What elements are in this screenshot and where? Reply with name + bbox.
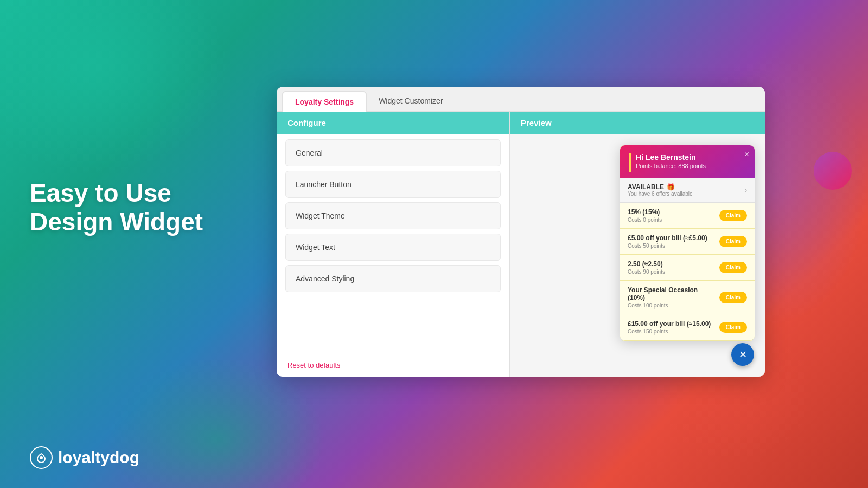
offer-row: £15.00 off your bill (≈15.00)Costs 150 p…: [620, 314, 755, 341]
widget-available-sub: You have 6 offers available: [628, 191, 693, 197]
offer-cost: Costs 50 points: [628, 243, 715, 249]
logo-text: loyaltydog: [58, 448, 139, 467]
offer-info: Your Special Occasion (10%)Costs 100 poi…: [628, 286, 715, 309]
close-fab-button[interactable]: ✕: [731, 343, 754, 366]
widget-offers-list: 15% (15%)Costs 0 pointsClaim£5.00 off yo…: [620, 203, 755, 341]
svg-point-1: [40, 456, 43, 459]
offer-name: 15% (15%): [628, 208, 715, 216]
config-item[interactable]: General: [285, 139, 501, 166]
hero-line2: Design Widget: [30, 208, 203, 236]
offer-name: £15.00 off your bill (≈15.00): [628, 320, 715, 328]
offer-cost: Costs 90 points: [628, 269, 715, 275]
logo: loyaltydog: [30, 446, 139, 469]
offer-info: 2.50 (≈2.50)Costs 90 points: [628, 260, 715, 275]
reset-defaults-link[interactable]: Reset to defaults: [277, 354, 509, 377]
widget-available-info: AVAILABLE 🎁 You have 6 offers available: [628, 183, 693, 197]
configure-pane: Configure GeneralLauncher ButtonWidget T…: [277, 112, 510, 377]
claim-button[interactable]: Claim: [719, 322, 747, 333]
widget-greeting-block: Hi Lee Bernstein Points balance: 888 poi…: [636, 153, 706, 169]
gift-icon: 🎁: [667, 183, 675, 191]
logo-icon: [30, 446, 53, 469]
preview-pane: Preview Hi Lee Bernstein Points balance:…: [510, 112, 765, 377]
deco-circle: [814, 152, 852, 190]
preview-header: Preview: [510, 112, 765, 134]
offer-row: £5.00 off your bill (≈£5.00)Costs 50 poi…: [620, 229, 755, 255]
offer-info: £5.00 off your bill (≈£5.00)Costs 50 poi…: [628, 234, 715, 249]
preview-content: Hi Lee Bernstein Points balance: 888 poi…: [510, 134, 765, 377]
offer-name: 2.50 (≈2.50): [628, 260, 715, 268]
widget-available-row[interactable]: AVAILABLE 🎁 You have 6 offers available …: [620, 178, 755, 203]
claim-button[interactable]: Claim: [719, 236, 747, 247]
tab-widget-customizer[interactable]: Widget Customizer: [367, 91, 455, 111]
offer-info: 15% (15%)Costs 0 points: [628, 208, 715, 223]
widget-popup: Hi Lee Bernstein Points balance: 888 poi…: [620, 145, 755, 341]
claim-button[interactable]: Claim: [719, 292, 747, 303]
widget-header-inner: Hi Lee Bernstein Points balance: 888 poi…: [629, 153, 746, 172]
config-item[interactable]: Advanced Styling: [285, 265, 501, 292]
offer-name: £5.00 off your bill (≈£5.00): [628, 234, 715, 242]
widget-close-button[interactable]: ×: [744, 150, 749, 159]
widget-accent-bar: [629, 153, 631, 172]
hero-line1: Easy to Use: [30, 179, 171, 207]
offer-name: Your Special Occasion (10%): [628, 286, 715, 301]
claim-button[interactable]: Claim: [719, 262, 747, 273]
tabs-bar: Loyalty Settings Widget Customizer: [277, 87, 765, 112]
widget-greeting: Hi Lee Bernstein: [636, 153, 706, 162]
tab-loyalty-settings[interactable]: Loyalty Settings: [282, 91, 367, 112]
offer-cost: Costs 150 points: [628, 329, 715, 335]
offer-cost: Costs 100 points: [628, 303, 715, 309]
offer-info: £15.00 off your bill (≈15.00)Costs 150 p…: [628, 320, 715, 335]
claim-button[interactable]: Claim: [719, 210, 747, 221]
offer-row: 15% (15%)Costs 0 pointsClaim: [620, 203, 755, 229]
main-panel: Loyalty Settings Widget Customizer Confi…: [277, 87, 765, 377]
config-item[interactable]: Widget Text: [285, 234, 501, 261]
offer-row: 2.50 (≈2.50)Costs 90 pointsClaim: [620, 255, 755, 281]
offer-cost: Costs 0 points: [628, 217, 715, 223]
available-label-text: AVAILABLE: [628, 183, 664, 191]
config-item[interactable]: Launcher Button: [285, 171, 501, 198]
offer-row: Your Special Occasion (10%)Costs 100 poi…: [620, 281, 755, 314]
widget-points: Points balance: 888 points: [636, 163, 706, 169]
widget-available-label: AVAILABLE 🎁: [628, 183, 693, 191]
panel-body: Configure GeneralLauncher ButtonWidget T…: [277, 112, 765, 377]
configure-items-list: GeneralLauncher ButtonWidget ThemeWidget…: [277, 134, 509, 354]
widget-header: Hi Lee Bernstein Points balance: 888 poi…: [620, 145, 755, 178]
chevron-right-icon: ›: [745, 186, 747, 194]
configure-header: Configure: [277, 112, 509, 134]
hero-text: Easy to Use Design Widget: [30, 179, 203, 236]
config-item[interactable]: Widget Theme: [285, 202, 501, 229]
